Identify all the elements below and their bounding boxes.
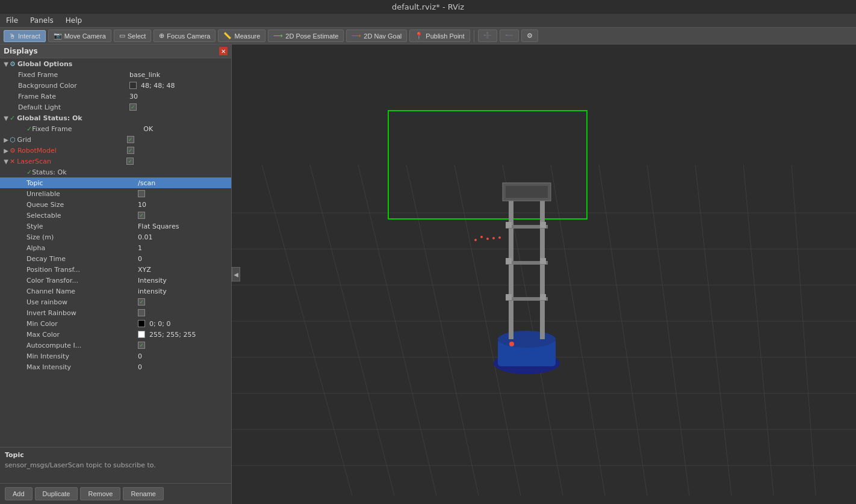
duplicate-button[interactable]: Duplicate: [35, 487, 78, 500]
row-label: Background Color: [18, 82, 129, 90]
autocompute-row[interactable]: Autocompute I... ✓: [0, 340, 231, 351]
nav-icon: ⟶: [352, 32, 361, 40]
selectable-row[interactable]: Selectable ✓: [0, 210, 231, 221]
add-toolbar-button[interactable]: ➕: [478, 29, 497, 42]
row-value: ✓: [138, 298, 230, 306]
row-label: Use rainbow: [26, 298, 138, 306]
row-label: Alpha: [26, 244, 138, 252]
row-label: Color Transfor...: [26, 277, 138, 284]
max-color-row[interactable]: Max Color 255; 255; 255: [0, 329, 231, 340]
move-camera-button[interactable]: 📷 Move Camera: [48, 29, 111, 42]
publish-point-button[interactable]: 📍 Publish Point: [409, 29, 470, 42]
row-label: Global Options: [16, 60, 127, 68]
laser-scan-row[interactable]: ▼ ✕ LaserScan ✓: [0, 156, 231, 167]
default-light-row[interactable]: Default Light ✓: [0, 102, 231, 112]
global-status-row[interactable]: ▼ ✓ Global Status: Ok: [0, 112, 231, 123]
laser-dot-5: [498, 236, 501, 239]
svg-line-10: [743, 165, 774, 496]
displays-close-button[interactable]: ✕: [219, 47, 228, 55]
pose-estimate-button[interactable]: ⟶ 2D Pose Estimate: [268, 29, 344, 42]
checkbox[interactable]: ✓: [138, 190, 145, 197]
checkbox[interactable]: ✓: [127, 136, 134, 143]
select-button[interactable]: ▭ Select: [114, 29, 152, 42]
row-value: intensity: [138, 287, 230, 295]
laser-dot-3: [486, 238, 489, 240]
checkbox[interactable]: ✓: [138, 212, 145, 219]
svg-line-2: [358, 165, 436, 496]
row-label: Channel Name: [26, 287, 138, 295]
row-value: 255; 255; 255: [138, 331, 230, 339]
topic-row[interactable]: Topic /scan: [0, 177, 231, 188]
row-value: ✓: [127, 136, 230, 143]
remove-toolbar-button[interactable]: ➖: [500, 29, 519, 42]
menubar: File Panels Help: [0, 14, 856, 28]
rename-button[interactable]: Rename: [123, 487, 164, 500]
menu-panels[interactable]: Panels: [26, 15, 57, 26]
collapse-panel-arrow[interactable]: ◀: [232, 267, 240, 281]
row-value: /scan: [138, 179, 230, 187]
focus-camera-button[interactable]: ⊕ Focus Camera: [154, 29, 216, 42]
fixed-frame-row[interactable]: Fixed Frame base_link: [0, 69, 231, 80]
laser-dot-1: [474, 239, 477, 241]
checkbox[interactable]: ✓: [129, 103, 137, 111]
min-color-row[interactable]: Min Color 0; 0; 0: [0, 318, 231, 329]
settings-toolbar-button[interactable]: ⚙: [521, 29, 538, 42]
svg-line-7: [599, 165, 647, 496]
use-rainbow-row[interactable]: Use rainbow ✓: [0, 297, 231, 307]
queue-size-row[interactable]: Queue Size 10: [0, 199, 231, 210]
row-value: ✓: [138, 212, 230, 219]
checkbox[interactable]: ✓: [127, 147, 134, 154]
size-row[interactable]: Size (m) 0.01: [0, 232, 231, 242]
add-button[interactable]: Add: [5, 487, 33, 500]
interact-button[interactable]: 🖱 Interact: [4, 30, 46, 42]
row-value: Intensity: [138, 277, 230, 284]
row-label: Topic: [26, 179, 138, 187]
invert-rainbow-row[interactable]: Invert Rainbow ✓: [0, 307, 231, 318]
robot-model-row[interactable]: ▶ ⚙ RobotModel ✓: [0, 145, 231, 156]
checkbox[interactable]: ✓: [138, 309, 145, 316]
channel-name-row[interactable]: Channel Name intensity: [0, 286, 231, 297]
decay-time-row[interactable]: Decay Time 0: [0, 253, 231, 264]
max-intensity-row[interactable]: Max Intensity 0: [0, 361, 231, 372]
svg-line-0: [262, 165, 352, 496]
main-layout: Displays ✕ ▼ ⚙ Global Options Fixed Fram…: [0, 45, 856, 504]
point-icon: 📍: [415, 32, 423, 40]
info-panel: Topic sensor_msgs/LaserScan topic to sub…: [0, 447, 231, 483]
row-label: Autocompute I...: [26, 342, 138, 349]
min-intensity-row[interactable]: Min Intensity 0: [0, 351, 231, 361]
row-value: 0: [138, 255, 230, 263]
color-transform-row[interactable]: Color Transfor... Intensity: [0, 275, 231, 286]
checkbox[interactable]: ✓: [126, 158, 134, 165]
bottom-buttons: Add Duplicate Remove Rename: [0, 483, 231, 504]
alpha-row[interactable]: Alpha 1: [0, 242, 231, 253]
remove-button[interactable]: Remove: [80, 487, 120, 500]
unreliable-row[interactable]: Unreliable ✓: [0, 188, 231, 199]
position-transform-row[interactable]: Position Transf... XYZ: [0, 264, 231, 275]
status-ok-row[interactable]: ✓ Status: Ok: [0, 167, 231, 177]
global-options-row[interactable]: ▼ ⚙ Global Options: [0, 58, 231, 69]
menu-file[interactable]: File: [2, 15, 22, 26]
row-label: RobotModel: [16, 147, 127, 155]
bg-color-row[interactable]: Background Color 48; 48; 48: [0, 80, 231, 91]
checkbox[interactable]: ✓: [138, 342, 145, 349]
nav-goal-button[interactable]: ⟶ 2D Nav Goal: [346, 29, 407, 42]
color-swatch: [129, 82, 137, 89]
row-value: 0: [138, 352, 230, 360]
grid-row[interactable]: ▶ ⬡ Grid ✓: [0, 134, 231, 145]
row-label: Position Transf...: [26, 266, 138, 274]
row-value: 10: [138, 201, 230, 209]
menu-help[interactable]: Help: [62, 15, 85, 26]
3d-viewport[interactable]: ◀: [232, 45, 856, 504]
checkbox[interactable]: ✓: [138, 298, 145, 306]
robot-icon: ⚙: [10, 147, 16, 155]
style-row[interactable]: Style Flat Squares: [0, 221, 231, 232]
measure-button[interactable]: 📏 Measure: [218, 29, 265, 42]
frame-rate-row[interactable]: Frame Rate 30: [0, 91, 231, 102]
row-value: 0: [138, 363, 230, 371]
row-value: ✓: [138, 309, 230, 316]
robot-node-4: [540, 258, 546, 264]
fixed-frame-ok-row[interactable]: ✓ Fixed Frame OK: [0, 123, 231, 134]
check-icon: ✓: [26, 168, 32, 176]
row-label: Fixed Frame: [32, 125, 143, 133]
row-label: Default Light: [18, 103, 129, 111]
